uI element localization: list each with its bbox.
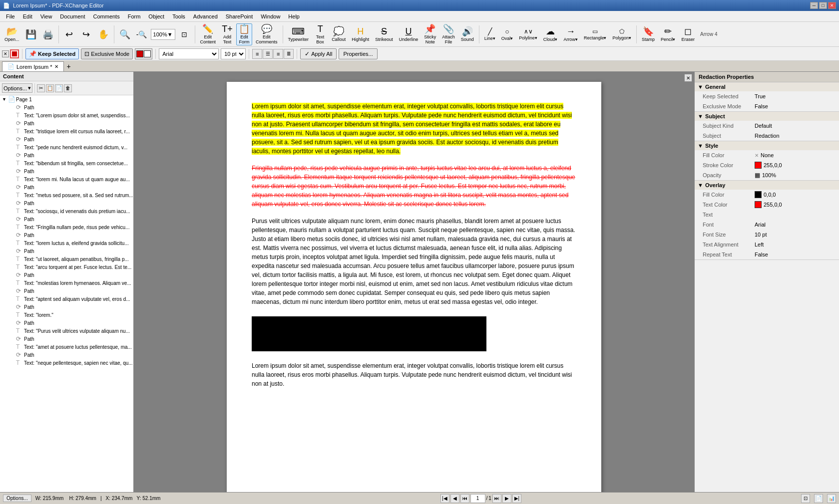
tree-text-4[interactable]: T Text: "bibendum sit fringilla, sem con… [0,159,133,167]
tree-text-3[interactable]: T Text: "pede nunc hendrerit euismod dic… [0,143,133,151]
tree-path-3[interactable]: ⟳ Path [0,135,133,143]
tree-path-6[interactable]: ⟳ Path [0,183,133,191]
open-button[interactable]: 📂 Open... [2,23,22,45]
align-center-button[interactable]: ☰ [263,49,273,59]
cursor-select-button[interactable]: ✕ [2,50,9,57]
edit-comments-button[interactable]: 💬 EditComments [253,23,280,45]
menu-file[interactable]: File [2,11,19,21]
tree-text-10[interactable]: T Text: "ut laoreet, aliquam penatibus, … [0,255,133,263]
sidebar-delete-button[interactable]: 🗑 [64,84,72,92]
tree-text-13[interactable]: T Text: "aptent sed aliquam vulputate ve… [0,295,133,303]
cloud-button[interactable]: ☁ Cloud▾ [541,23,560,45]
tree-text-14[interactable]: T Text: "lorem." [0,311,133,319]
callout-button[interactable]: 💭 Callout [329,23,348,45]
tab-lorem-ipsum[interactable]: 📄 Lorem Ipsum * ✕ [2,61,64,71]
tree-text-7[interactable]: T Text: "sociosqu, id venenatis duis pre… [0,207,133,215]
font-size-select[interactable]: 10 pt [221,48,246,59]
tree-text-17[interactable]: T Text: "neque pellentesque, sapien nec … [0,359,133,367]
status-icon-2[interactable]: 📄 [814,494,823,503]
eraser-button[interactable]: ◻ Eraser [679,23,697,45]
style-section-header[interactable]: ▼ Style [695,141,839,150]
menu-document[interactable]: Document [56,11,89,21]
polygon-button[interactable]: ⬠ Polygon▾ [610,23,634,45]
sidebar-cut-button[interactable]: ✂ [37,84,45,92]
tree-path-4[interactable]: ⟳ Path [0,151,133,159]
menu-comments[interactable]: Comments [89,11,124,21]
tree-path-13[interactable]: ⟳ Path [0,303,133,311]
zoom-select[interactable]: Exclusive Mode 100%▼ [151,29,175,40]
tree-page1[interactable]: ▼ 📄 Page 1 [0,95,133,103]
menu-help[interactable]: Help [284,11,304,21]
status-options-button[interactable]: Options... [3,495,31,502]
subject-section-header[interactable]: ▼ Subject [695,112,839,121]
zoom-in-button[interactable]: 🔍 [117,23,133,45]
line-button[interactable]: ╱ Line▾ [482,23,498,45]
tree-path-15[interactable]: ⟳ Path [0,335,133,343]
tree-text-1[interactable]: T Text: "Lorem ipsum dolor sit amet, sus… [0,111,133,119]
edit-form-button[interactable]: 📋 EditForm [236,23,252,45]
tree-text-16[interactable]: T Text: "amet at posuere luctus pellente… [0,343,133,351]
arrow-button[interactable]: → Arrow▾ [561,23,580,45]
last-page-button[interactable]: ▶| [512,494,521,503]
properties-button[interactable]: Properties... [339,48,377,59]
tree-text-2[interactable]: T Text: "tristique lorem elit cursus nul… [0,127,133,135]
redo-button[interactable]: ↪ [78,23,94,45]
page-number-input[interactable] [470,494,485,503]
tree-path-16[interactable]: ⟳ Path [0,351,133,359]
oval-button[interactable]: ○ Oval▾ [499,23,516,45]
fit-page-button[interactable]: ⊡ [176,23,192,45]
next-page-button[interactable]: ▶ [502,494,511,503]
menu-form[interactable]: Form [124,11,145,21]
status-icon-1[interactable]: ⊡ [801,494,810,503]
rectangle-button[interactable]: ▭ Rectangle▾ [581,23,609,45]
tree-text-11[interactable]: T Text: "arcu torquent at per. Fusce lec… [0,263,133,271]
tree-path-11[interactable]: ⟳ Path [0,271,133,279]
undo-button[interactable]: ↩ [61,23,77,45]
hand-button[interactable]: ✋ [95,23,111,45]
menu-sharepoint[interactable]: SharePoint [222,11,257,21]
attach-file-button[interactable]: 📎 AttachFile [439,23,457,45]
doc-close-button[interactable]: ✕ [684,74,692,82]
strikeout-button[interactable]: S Strikeout [373,23,396,45]
tree-path-14[interactable]: ⟳ Path [0,319,133,327]
stroke-color-swatch[interactable] [136,50,143,57]
menu-window[interactable]: Window [257,11,284,21]
save-button[interactable]: 💾 [23,23,39,45]
close-button[interactable]: ✕ [828,2,836,9]
align-justify-button[interactable]: ≣ [284,49,294,59]
polyline-button[interactable]: ∧∨ Polyline▾ [516,23,540,45]
print-button[interactable]: 🖨️ [40,23,56,45]
align-right-button[interactable]: ≡ [273,49,283,59]
sidebar-copy-button[interactable]: 📋 [46,84,54,92]
font-select[interactable]: Arial [159,48,219,59]
document-area[interactable]: ✕ Lorem ipsum dolor sit amet, suspendiss… [134,72,694,492]
tree-text-6[interactable]: T Text: "metus sed posuere, sit a. Sed s… [0,191,133,199]
tree-path-5[interactable]: ⟳ Path [0,167,133,175]
tree-path-12[interactable]: ⟳ Path [0,287,133,295]
menu-edit[interactable]: Edit [19,11,36,21]
rewind-button[interactable]: ⏮ [460,494,469,503]
sidebar-options-button[interactable]: Options... ▾ [2,83,32,93]
redact-color-button[interactable] [10,49,19,58]
apply-all-button[interactable]: ✓ Apply All [300,48,337,59]
highlight-button[interactable]: H Highlight [349,23,372,45]
prev-page-button[interactable]: ◀ [450,494,459,503]
overlay-section-header[interactable]: ▼ Overlay [695,181,839,190]
tree-text-12[interactable]: T Text: "molestias lorem hymenaeos. Aliq… [0,279,133,287]
typewriter-button[interactable]: ⌨ Typewriter [286,23,312,45]
tree-path-7[interactable]: ⟳ Path [0,199,133,207]
tree-text-5[interactable]: T Text: "lorem mi. Nulla lacus ut quam a… [0,175,133,183]
textbox-button[interactable]: T TextBox [312,23,328,45]
fill-color-swatch[interactable] [144,50,151,57]
exclusive-mode-button[interactable]: ⊡ Exclusive Mode [81,48,133,59]
edit-content-button[interactable]: ✏️ EditContent [198,23,219,45]
tab-close-button[interactable]: ✕ [54,64,58,69]
tree-text-9[interactable]: T Text: "lorem luctus a, eleifend gravid… [0,239,133,247]
tree-path-8[interactable]: ⟳ Path [0,215,133,223]
sound-button[interactable]: 🔊 Sound [458,23,476,45]
menu-advanced[interactable]: Advanced [189,11,222,21]
minimize-button[interactable]: ─ [810,2,818,9]
zoom-out-button[interactable]: -🔍 [134,23,150,45]
tree-path-1[interactable]: ⟳ Path [0,103,133,111]
pencil-button[interactable]: ✏ Pencil▾ [658,23,678,45]
